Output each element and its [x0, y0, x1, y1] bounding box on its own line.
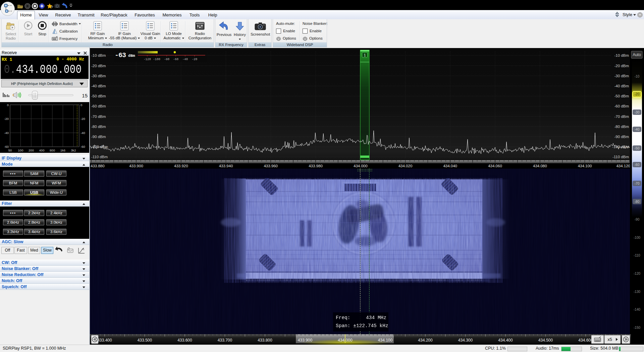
- svg-text:-90 dBm: -90 dBm: [614, 135, 629, 139]
- svg-text:-10 dBm: -10 dBm: [614, 53, 629, 57]
- svg-text:433.800: 433.800: [258, 338, 272, 343]
- svg-text:-40: -40: [4, 131, 9, 135]
- svg-text:434.100: 434.100: [578, 164, 592, 168]
- svg-text:434.100: 434.100: [378, 338, 393, 343]
- svg-text:-70: -70: [635, 182, 640, 185]
- svg-text:433.400: 433.400: [97, 338, 112, 343]
- svg-text:434.020: 434.020: [398, 164, 413, 168]
- svg-text:Auto: Auto: [633, 52, 641, 57]
- svg-text:433.600: 433.600: [177, 338, 192, 343]
- svg-text:-120: -120: [144, 58, 151, 61]
- svg-text:-40 dBm: -40 dBm: [614, 84, 629, 88]
- svg-text:-80 dBm: -80 dBm: [614, 125, 629, 129]
- svg-text:1k6: 1k6: [60, 148, 65, 152]
- svg-text:-60: -60: [80, 145, 85, 148]
- svg-text:Freq:: Freq:: [336, 315, 351, 320]
- svg-text:-80 dBm: -80 dBm: [91, 125, 106, 129]
- svg-text:-40: -40: [182, 58, 188, 61]
- svg-text:-20: -20: [80, 117, 85, 121]
- svg-text:434.120: 434.120: [616, 164, 630, 168]
- svg-text:434.400: 434.400: [498, 338, 513, 343]
- svg-text:200: 200: [29, 148, 34, 152]
- svg-text:800: 800: [50, 148, 55, 152]
- svg-text:-100 dBm: -100 dBm: [91, 145, 108, 149]
- svg-text:-10 dBm: -10 dBm: [91, 53, 106, 57]
- svg-text:-110 dBm: -110 dBm: [612, 155, 629, 159]
- svg-text:-70 dBm: -70 dBm: [614, 115, 629, 119]
- svg-text:-20: -20: [4, 117, 9, 121]
- svg-text:434.300: 434.300: [458, 338, 473, 343]
- svg-text:400: 400: [39, 148, 45, 152]
- svg-text:-20 dBm: -20 dBm: [614, 64, 629, 68]
- svg-text:-60 dBm: -60 dBm: [614, 104, 629, 108]
- svg-text:15: 15: [82, 93, 88, 98]
- svg-text:-30 dBm: -30 dBm: [91, 74, 106, 78]
- svg-text:-110: -110: [634, 254, 640, 257]
- svg-text:433.900: 433.900: [298, 338, 313, 343]
- svg-text:433.960: 433.960: [264, 164, 278, 168]
- svg-text:434.500: 434.500: [538, 338, 553, 343]
- svg-text:-150: -150: [634, 326, 640, 329]
- svg-text:-20: -20: [635, 92, 640, 96]
- svg-text:-80: -80: [635, 200, 640, 204]
- svg-text:-20: -20: [192, 58, 197, 61]
- svg-text:-90 dBm: -90 dBm: [91, 135, 106, 139]
- svg-text:-30: -30: [635, 111, 640, 114]
- svg-text:50: 50: [8, 148, 12, 152]
- svg-text:0: 0: [7, 103, 9, 107]
- svg-text:433.900: 433.900: [129, 164, 143, 168]
- svg-text:1: 1: [364, 53, 366, 57]
- svg-text:-90: -90: [635, 218, 640, 221]
- svg-text:-40: -40: [80, 131, 85, 135]
- svg-text:-60: -60: [635, 163, 640, 167]
- svg-text:434.060: 434.060: [488, 164, 502, 168]
- svg-text:-50 dBm: -50 dBm: [91, 94, 106, 98]
- svg-text:-50: -50: [635, 146, 640, 150]
- svg-text:100: 100: [18, 148, 23, 152]
- svg-text:434.080: 434.080: [533, 164, 547, 168]
- svg-text:0: 0: [80, 103, 82, 107]
- svg-text:434.200: 434.200: [418, 338, 433, 343]
- svg-text:-40 dBm: -40 dBm: [91, 84, 106, 88]
- svg-text:-10: -10: [635, 75, 640, 78]
- svg-text:Span: ±122.745 kHz: Span: ±122.745 kHz: [336, 323, 388, 328]
- svg-text:-30 dBm: -30 dBm: [614, 74, 629, 78]
- svg-text:433.980: 433.980: [309, 164, 323, 168]
- svg-text:433.700: 433.700: [218, 338, 232, 343]
- svg-text:-80: -80: [164, 58, 169, 61]
- svg-text:433.500: 433.500: [138, 338, 152, 343]
- svg-text:433.920: 433.920: [174, 164, 188, 168]
- svg-text:434 MHz: 434 MHz: [366, 315, 386, 320]
- svg-text:-100: -100: [634, 236, 640, 239]
- svg-text:-60: -60: [4, 145, 9, 148]
- svg-text:-140: -140: [634, 308, 640, 311]
- svg-text:-70 dBm: -70 dBm: [91, 115, 106, 119]
- svg-text:3k2: 3k2: [71, 148, 76, 152]
- svg-text:-60: -60: [173, 58, 178, 61]
- svg-text:-40: -40: [635, 128, 640, 131]
- svg-text:dBm: dBm: [128, 53, 135, 58]
- svg-text:433.880: 433.880: [91, 164, 105, 168]
- svg-text:-50 dBm: -50 dBm: [614, 94, 629, 98]
- svg-text:-20 dBm: -20 dBm: [91, 64, 106, 68]
- svg-text:-110 dBm: -110 dBm: [91, 155, 108, 159]
- svg-text:434.000: 434.000: [354, 164, 368, 168]
- svg-text:-60 dBm: -60 dBm: [91, 104, 106, 108]
- svg-text:-120: -120: [634, 272, 640, 275]
- svg-text:433.940: 433.940: [219, 164, 233, 168]
- svg-text:Style: Style: [623, 12, 632, 17]
- svg-text:-100: -100: [153, 58, 160, 61]
- svg-text:-130: -130: [634, 290, 640, 294]
- svg-text:-63: -63: [115, 51, 126, 59]
- svg-text:434.600: 434.600: [578, 338, 593, 343]
- svg-text:-100 dBm: -100 dBm: [612, 145, 629, 149]
- svg-text:434.040: 434.040: [443, 164, 457, 168]
- svg-text:x5: x5: [607, 337, 612, 342]
- svg-text:434.000: 434.000: [338, 338, 353, 343]
